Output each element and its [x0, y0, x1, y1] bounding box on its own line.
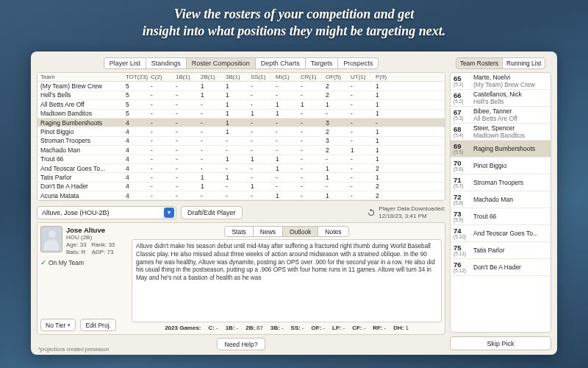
tab-player-list[interactable]: Player List	[104, 57, 146, 69]
on-my-team-checkbox[interactable]: ✓ On My Team	[40, 258, 126, 266]
table-row[interactable]: Pinot Biggio4---1---2-1	[37, 127, 445, 136]
column-header[interactable]: Team	[40, 74, 126, 80]
table-row[interactable]: Madtown Banditos5---111---1	[37, 110, 445, 118]
footnote: *projections created preseason	[38, 347, 110, 352]
table-row[interactable]: Tatis Parlor4--11---1-1	[37, 173, 445, 182]
roster-list-item[interactable]: 70(5.6)Pinot Biggio	[451, 158, 551, 174]
column-header[interactable]: P(9)	[376, 74, 401, 80]
tier-select[interactable]: No Tier▾	[40, 319, 76, 331]
tab-targets[interactable]: Targets	[305, 57, 339, 69]
inner-tab-outlook[interactable]: Outlook	[282, 226, 318, 237]
column-header[interactable]: 3B(1)	[226, 74, 251, 80]
right-tab-running-list[interactable]: Running List	[502, 57, 545, 69]
column-header[interactable]: OF(5)	[326, 74, 351, 80]
tab-standings[interactable]: Standings	[146, 57, 187, 69]
table-row[interactable]: Acuna Matata4-----1-1-2	[37, 191, 445, 200]
column-header[interactable]: UT(1)	[351, 74, 376, 80]
need-help-button[interactable]: Need Help?	[217, 338, 266, 350]
column-header[interactable]: C(2)	[151, 74, 176, 80]
inner-tab-news[interactable]: News	[253, 226, 283, 237]
roster-list-item[interactable]: 66(5.2)Castellanos, NickHell's Bells	[451, 90, 551, 107]
app-panel: Player ListStandingsRoster CompositionDe…	[31, 52, 557, 355]
roster-list-item[interactable]: 75(5.11)Tatis Parlor	[451, 242, 551, 259]
table-row[interactable]: Kershaw Shank4---1-1---2	[37, 200, 445, 201]
player-detail-tabs: StatsNewsOutlookNotes	[132, 226, 442, 237]
table-row[interactable]: (My Team) Brew Crew5--11---2-1	[37, 82, 445, 91]
outlook-text[interactable]: Altuve didn't make his season debut unti…	[132, 239, 442, 322]
main-tabs: Player ListStandingsRoster CompositionDe…	[37, 57, 445, 69]
right-tab-team-rosters[interactable]: Team Rosters	[456, 57, 503, 69]
roster-list-item[interactable]: 72(5.8)Machado Man	[451, 191, 551, 208]
player-select[interactable]: Altuve, Jose (HOU-2B) ▾	[37, 206, 176, 219]
tab-roster-composition[interactable]: Roster Composition	[186, 57, 256, 69]
table-row[interactable]: Raging Bumbershoots4---1---3--	[37, 118, 445, 127]
player-name: Jose Altuve	[66, 226, 115, 234]
table-row[interactable]: All Betts Are Off5---1-111-1	[37, 100, 445, 109]
column-header[interactable]: TOT(23)	[126, 74, 151, 80]
player-avatar	[40, 226, 62, 252]
roster-composition-grid[interactable]: TeamTOT(23)C(2)1B(1)2B(1)3B(1)SS(1)MI(1)…	[37, 72, 445, 201]
table-row[interactable]: Machado Man4-------211	[37, 146, 445, 155]
roster-list-item[interactable]: 67(5.3)Bibee, TannerAll Betts Are Off	[451, 107, 551, 124]
column-header[interactable]: 1B(1)	[176, 74, 201, 80]
roster-list-item[interactable]: 68(5.4)Steer, SpencerMadtown Banditos	[451, 124, 551, 141]
roster-list-item[interactable]: 69(5.5)Raging Bumbershoots	[451, 141, 551, 158]
player-select-value: Altuve, Jose (HOU-2B)	[42, 209, 110, 216]
games-by-position: 2023 Games:C:-1B:-2B:873B:-SS:-OF:-LF:-C…	[132, 325, 442, 331]
download-info: Player Data Downloaded: 12/18/23, 3:41 P…	[367, 205, 445, 219]
roster-list-item[interactable]: 74(5.10)And Teoscar Goes To...	[451, 225, 551, 242]
table-row[interactable]: Don't Be A Hader4--1-1----2	[37, 183, 445, 191]
roster-list-item[interactable]: 65(5.1)Marte, Noelvi(My Team) Brew Crew	[451, 73, 551, 90]
table-row[interactable]: Hell's Bells5--11---2-1	[37, 91, 445, 100]
tab-prospects[interactable]: Prospects	[337, 57, 379, 69]
column-header[interactable]: 2B(1)	[201, 74, 226, 80]
roster-list-item[interactable]: 71(5.7)Stroman Troopers	[451, 174, 551, 191]
column-header[interactable]: MI(1)	[276, 74, 301, 80]
tab-depth-charts[interactable]: Depth Charts	[255, 57, 306, 69]
draft-edit-player-button[interactable]: Draft/Edit Player	[181, 206, 243, 219]
inner-tab-stats[interactable]: Stats	[224, 226, 253, 237]
column-header[interactable]: CR(1)	[301, 74, 326, 80]
check-icon: ✓	[40, 258, 46, 266]
skip-pick-button[interactable]: Skip Pick	[450, 336, 551, 350]
inner-tab-notes[interactable]: Notes	[318, 226, 348, 237]
column-header[interactable]: SS(1)	[251, 74, 276, 80]
chevron-down-icon: ▾	[164, 208, 174, 218]
roster-list-item[interactable]: 73(5.9)Trout 66	[451, 208, 551, 225]
player-card: Jose Altuve HOU (2B) Age: 33 Rank: 33 Ba…	[37, 222, 445, 335]
player-teampos: HOU (2B)	[66, 234, 115, 241]
marketing-headline: View the rosters of your competition and…	[0, 6, 588, 39]
roster-list-item[interactable]: 76(5.12)Don't Be A Hader	[451, 259, 551, 276]
running-list[interactable]: 65(5.1)Marte, Noelvi(My Team) Brew Crew6…	[450, 72, 551, 333]
right-tabs: Team RostersRunning List	[450, 57, 551, 69]
chevron-down-icon: ▾	[68, 322, 71, 328]
table-row[interactable]: And Teoscar Goes To...4-----1-1-2	[37, 164, 445, 173]
table-row[interactable]: Stroman Troopers4-------3-1	[37, 137, 445, 146]
table-row[interactable]: Trout 664---111---1	[37, 155, 445, 164]
edit-projections-button[interactable]: Edit Proj.	[80, 319, 116, 331]
refresh-icon	[367, 208, 376, 217]
